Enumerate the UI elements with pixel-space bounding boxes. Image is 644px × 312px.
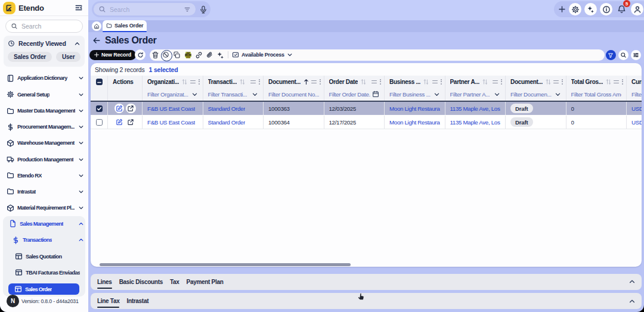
column-menu-icon[interactable] xyxy=(441,79,442,85)
notifications-button[interactable]: 5 xyxy=(615,3,628,15)
global-search[interactable]: Search xyxy=(92,1,210,17)
cell-transaction-document[interactable]: Standard Order xyxy=(208,105,246,112)
delete-button[interactable] xyxy=(150,49,160,61)
table-row[interactable]: F&B US East Coast Standard Order 1000363… xyxy=(91,102,642,116)
cell-currency[interactable]: USD xyxy=(631,105,642,112)
window-tab-sales-order[interactable]: Sales Order xyxy=(103,20,147,32)
refresh-button[interactable] xyxy=(135,49,145,60)
user-avatar[interactable]: N xyxy=(7,295,19,307)
column-settings-button[interactable] xyxy=(631,50,642,61)
collapse-sidebar-icon[interactable] xyxy=(75,4,83,12)
sort-icon[interactable] xyxy=(360,79,367,85)
sort-icon[interactable] xyxy=(545,79,552,85)
row-checkbox[interactable] xyxy=(96,119,103,126)
sidebar-item-application-dictionary[interactable]: Application Dictionary xyxy=(0,70,88,86)
new-record-button[interactable]: New Record xyxy=(89,50,136,60)
sidebar-item-material-requirement-planning[interactable]: Material Requirement Pl... xyxy=(0,200,88,216)
row-checkbox[interactable] xyxy=(96,105,103,112)
chevron-up-icon[interactable] xyxy=(74,40,80,47)
cell-currency[interactable]: USD xyxy=(631,119,642,126)
filter-button[interactable] xyxy=(606,50,617,61)
column-resize-icon[interactable] xyxy=(493,80,498,83)
sort-icon[interactable] xyxy=(482,79,488,85)
column-header-document-status[interactable]: Document... xyxy=(506,76,566,88)
copilot-button[interactable] xyxy=(215,49,226,61)
chevron-down-icon[interactable] xyxy=(553,91,561,98)
tab-line-tax[interactable]: Line Tax xyxy=(95,298,122,304)
chevron-down-icon[interactable] xyxy=(190,91,198,98)
column-menu-icon[interactable] xyxy=(380,79,381,85)
filter-document-no[interactable]: Filter Document No.... xyxy=(264,88,324,101)
cell-organization[interactable]: F&B US East Coast xyxy=(147,105,195,112)
sidebar-item-sales-quotation[interactable]: Sales Quotation xyxy=(0,248,88,264)
selected-count-label[interactable]: 1 selected xyxy=(149,66,178,73)
column-menu-icon[interactable] xyxy=(320,79,321,85)
column-resize-icon[interactable] xyxy=(553,80,559,83)
microphone-icon[interactable] xyxy=(199,1,208,17)
column-header-business-partner[interactable]: Business ... xyxy=(385,76,445,88)
link-button[interactable] xyxy=(193,49,204,61)
table-row[interactable]: F&B US East Coast Standard Order 1000364… xyxy=(91,116,642,129)
cell-business-partner[interactable]: Moon Light Restaurants, C xyxy=(389,119,440,126)
column-header-total-gross[interactable]: Total Gros... xyxy=(566,76,627,88)
cell-organization[interactable]: F&B US East Coast xyxy=(147,119,195,126)
tab-tax[interactable]: Tax xyxy=(168,279,182,285)
calendar-icon[interactable] xyxy=(370,91,379,98)
chevron-up-icon[interactable] xyxy=(628,278,636,285)
column-resize-icon[interactable] xyxy=(190,80,196,83)
tab-intrastat[interactable]: Intrastat xyxy=(124,298,151,304)
grid-search-button[interactable] xyxy=(618,50,629,61)
ai-assistant-button[interactable] xyxy=(584,3,597,15)
sort-icon[interactable] xyxy=(423,79,429,85)
sidebar-item-master-data-management[interactable]: Master Data Management xyxy=(0,103,88,119)
column-resize-icon[interactable] xyxy=(250,80,256,83)
print-button[interactable] xyxy=(182,49,193,61)
cell-business-partner[interactable]: Moon Light Restaurants, C xyxy=(389,105,440,112)
sort-icon[interactable] xyxy=(605,79,612,85)
recent-item-sales-order[interactable]: Sales Order xyxy=(8,52,52,62)
filter-currency[interactable]: Filter Currency xyxy=(627,88,642,101)
recent-item-user[interactable]: User xyxy=(56,52,80,62)
back-button[interactable] xyxy=(92,36,101,45)
settings-button[interactable] xyxy=(569,3,581,15)
select-all-checkbox[interactable] xyxy=(96,79,103,85)
sidebar-search-input[interactable] xyxy=(21,23,78,30)
column-header-currency[interactable]: Currency xyxy=(627,76,642,88)
sidebar-item-sales-management[interactable]: Sales Management xyxy=(0,216,88,232)
chevron-down-icon[interactable] xyxy=(492,91,500,98)
sidebar-item-general-setup[interactable]: General Setup xyxy=(0,86,88,102)
column-resize-icon[interactable] xyxy=(614,80,619,83)
column-header-transaction-document[interactable]: Transacti... xyxy=(203,76,264,88)
column-header-document-no[interactable]: Document... xyxy=(264,76,324,88)
deactivate-button[interactable] xyxy=(160,49,171,61)
sidebar-search[interactable] xyxy=(5,20,83,33)
filter-transaction-document[interactable]: Filter Transacti... xyxy=(203,88,264,101)
sort-icon[interactable] xyxy=(181,79,188,85)
cell-partner-address[interactable]: 1135 Maple Ave, Los Ange xyxy=(450,105,501,112)
filter-lines-icon[interactable] xyxy=(184,6,191,13)
edit-record-button[interactable] xyxy=(114,117,125,127)
info-button[interactable] xyxy=(600,3,612,15)
sidebar-item-intrastat[interactable]: Intrastat xyxy=(0,183,88,199)
open-record-button[interactable] xyxy=(126,104,136,114)
available-process-dropdown[interactable]: Available Process xyxy=(232,51,293,58)
tab-basic-discounts[interactable]: Basic Discounts xyxy=(117,279,165,285)
cell-partner-address[interactable]: 1135 Maple Ave, Los Ange xyxy=(450,119,501,126)
sidebar-item-etendo-rx[interactable]: Etendo RX xyxy=(0,167,88,183)
copy-record-button[interactable] xyxy=(172,49,182,61)
tab-lines[interactable]: Lines xyxy=(95,279,114,285)
sort-icon[interactable] xyxy=(239,79,246,85)
column-menu-icon[interactable] xyxy=(259,79,260,85)
filter-organization[interactable]: Filter Organizat... xyxy=(143,88,203,101)
filter-business-partner[interactable]: Filter Business ... xyxy=(385,88,445,101)
chevron-up-icon[interactable] xyxy=(628,298,636,305)
edit-record-button[interactable] xyxy=(114,104,125,114)
chevron-down-icon[interactable] xyxy=(432,91,440,98)
sidebar-item-procurement-management[interactable]: Procurement Managem... xyxy=(0,119,88,135)
filter-partner-address[interactable]: Filter Partner A... xyxy=(445,88,506,101)
filter-document-status[interactable]: Filter Documen... xyxy=(506,88,566,101)
filter-total-gross[interactable]: Filter Total Gross Amou xyxy=(566,88,627,101)
sidebar-item-warehouse-management[interactable]: Warehouse Management xyxy=(0,135,88,151)
attachment-button[interactable] xyxy=(204,49,215,61)
sidebar-item-transactions[interactable]: Transactions xyxy=(0,232,88,248)
